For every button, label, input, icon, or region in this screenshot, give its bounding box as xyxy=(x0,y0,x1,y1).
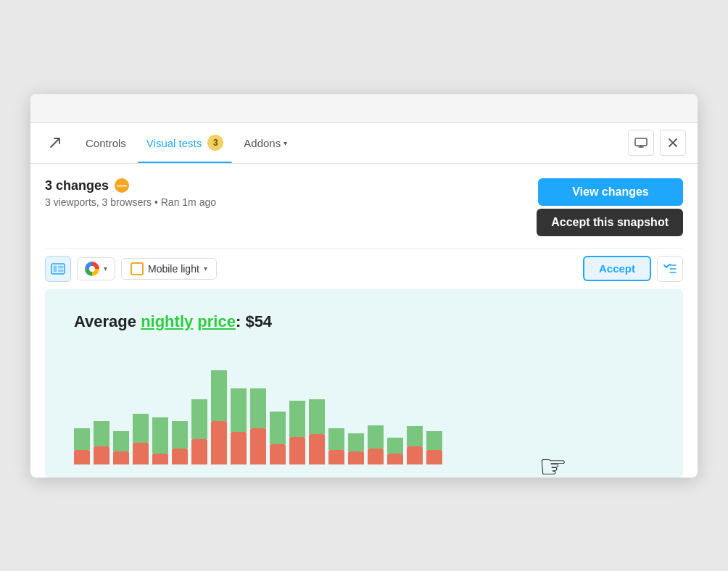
bar-red xyxy=(289,437,305,464)
changes-subtitle: 3 viewports, 3 browsers • Ran 1m ago xyxy=(45,196,216,208)
highlight-price: price xyxy=(197,312,236,330)
bar-green xyxy=(211,370,227,421)
monitor-icon-btn[interactable] xyxy=(628,130,654,156)
bar-green xyxy=(270,412,286,444)
bar-group xyxy=(74,428,90,464)
bar-green xyxy=(289,401,305,437)
bar-green xyxy=(152,417,168,454)
bar-green xyxy=(387,438,403,454)
changes-actions: View changes Accept this snapshot xyxy=(537,178,683,236)
bar-red xyxy=(191,439,207,464)
bar-group xyxy=(407,426,423,464)
changes-count-label: 3 changes xyxy=(45,178,109,193)
bar-red xyxy=(426,450,442,464)
svg-rect-3 xyxy=(58,265,64,268)
bar-red xyxy=(250,428,266,464)
changes-row: 3 changes — 3 viewports, 3 browsers • Ra… xyxy=(45,178,683,236)
addons-chevron-icon: ▾ xyxy=(284,139,287,147)
viewport-chevron-icon: ▾ xyxy=(204,264,207,272)
titlebar xyxy=(30,94,698,123)
bar-red xyxy=(270,444,286,464)
bar-red xyxy=(74,450,90,464)
bar-green xyxy=(348,433,364,451)
svg-rect-0 xyxy=(635,138,647,146)
bar-group xyxy=(133,414,149,464)
tabs-bar: Controls Visual tests 3 Addons ▾ xyxy=(30,123,698,164)
snapshot-view-button[interactable] xyxy=(45,256,71,282)
bar-green xyxy=(407,426,423,446)
bar-green xyxy=(94,421,109,446)
bar-green xyxy=(368,425,384,449)
bar-red xyxy=(309,434,325,464)
view-changes-button[interactable]: View changes xyxy=(538,178,683,206)
bar-group xyxy=(250,388,266,464)
bar-group xyxy=(211,370,227,464)
viewport-selector[interactable]: Mobile light ▾ xyxy=(121,258,217,280)
bar-group xyxy=(94,421,109,464)
tab-addons[interactable]: Addons ▾ xyxy=(235,122,296,163)
check-list-button[interactable] xyxy=(657,256,683,282)
tab-visual-tests-label: Visual tests xyxy=(146,137,202,149)
changes-title: 3 changes — xyxy=(45,178,216,193)
toolbar-row: ▾ Mobile light ▾ Accept xyxy=(45,248,683,289)
highlight-nightly: nightly xyxy=(141,312,193,330)
bar-green xyxy=(309,399,325,434)
viewport-label: Mobile light xyxy=(148,263,199,275)
changes-status-dot: — xyxy=(115,178,129,193)
tab-addons-label: Addons xyxy=(244,137,281,149)
visual-tests-badge: 3 xyxy=(207,135,223,151)
accept-button[interactable]: Accept xyxy=(583,256,651,281)
bar-group xyxy=(387,438,403,464)
browser-selector[interactable]: ▾ xyxy=(77,257,115,280)
bar-group xyxy=(348,433,364,464)
bar-red xyxy=(231,432,247,464)
bar-green xyxy=(172,421,188,449)
chart-area xyxy=(74,349,654,464)
bar-red xyxy=(172,449,188,464)
bar-group xyxy=(328,428,344,464)
bar-group xyxy=(270,412,286,464)
bar-red xyxy=(368,449,384,464)
bar-green xyxy=(328,428,344,450)
bar-group xyxy=(191,399,207,464)
changes-info: 3 changes — 3 viewports, 3 browsers • Ra… xyxy=(45,178,216,208)
svg-rect-4 xyxy=(58,270,64,272)
tab-controls[interactable]: Controls xyxy=(77,122,135,163)
bar-group xyxy=(289,401,305,464)
bar-red xyxy=(328,450,344,464)
bar-group xyxy=(368,425,384,464)
bar-group xyxy=(426,431,442,464)
chevron-down-icon: ▾ xyxy=(104,264,107,272)
bar-red xyxy=(152,454,168,464)
bar-green xyxy=(133,414,149,443)
bar-red xyxy=(348,451,364,464)
bar-green xyxy=(113,431,129,451)
viewport-icon xyxy=(131,262,144,275)
preview-title: Average nightly price: $54 xyxy=(74,312,654,331)
bar-green xyxy=(74,428,90,450)
bar-red xyxy=(133,443,149,464)
bar-group xyxy=(309,399,325,464)
bar-green xyxy=(250,388,266,428)
tab-visual-tests[interactable]: Visual tests 3 xyxy=(138,122,232,163)
bar-group xyxy=(152,417,168,464)
svg-rect-2 xyxy=(54,265,57,272)
bar-group xyxy=(113,431,129,464)
main-window: Controls Visual tests 3 Addons ▾ xyxy=(30,94,698,478)
external-link-icon[interactable] xyxy=(42,130,68,156)
bar-green xyxy=(231,388,247,432)
tab-controls-label: Controls xyxy=(86,137,126,149)
bar-red xyxy=(113,451,129,464)
bar-group xyxy=(172,421,188,464)
bar-green xyxy=(426,431,442,450)
bar-red xyxy=(211,421,227,464)
bar-red xyxy=(94,446,109,464)
close-icon-btn[interactable] xyxy=(660,130,686,156)
bar-group xyxy=(231,388,247,464)
content-area: 3 changes — 3 viewports, 3 browsers • Ra… xyxy=(30,164,698,478)
bar-red xyxy=(407,446,423,464)
preview-area: Average nightly price: $54 ☞ xyxy=(45,289,683,478)
chrome-icon xyxy=(85,262,99,276)
bar-red xyxy=(387,454,403,464)
bar-green xyxy=(191,399,207,439)
